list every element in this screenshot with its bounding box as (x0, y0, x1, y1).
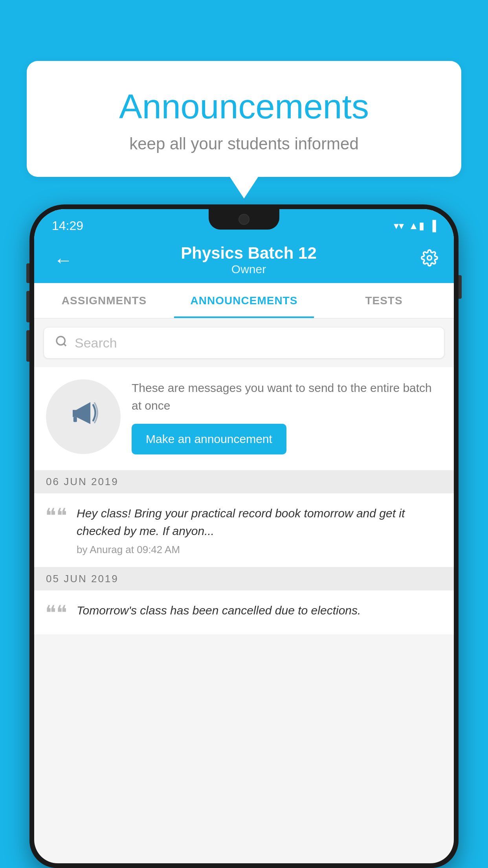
quote-icon-2: ❝❝ (45, 603, 67, 623)
tab-assignments[interactable]: ASSIGNMENTS (34, 283, 174, 318)
phone-camera (238, 214, 250, 225)
announcement-text-2: Tomorrow's class has been cancelled due … (77, 601, 443, 619)
speech-bubble-container: Announcements keep all your students inf… (27, 61, 461, 177)
search-bar[interactable]: Search (44, 327, 444, 359)
back-button[interactable]: ← (50, 245, 77, 275)
phone-screen: 14:29 ▾▾ ▲▮ ▐ ← Physics Batch 12 Owner (34, 209, 454, 863)
phone-side-power-button (459, 275, 462, 299)
tab-tests[interactable]: TESTS (314, 283, 454, 318)
phone-side-button-2 (26, 291, 29, 322)
phone-notch (209, 209, 279, 230)
status-time: 14:29 (52, 219, 83, 233)
app-bar-title-section: Physics Batch 12 Owner (181, 244, 317, 276)
tab-announcements[interactable]: ANNOUNCEMENTS (174, 283, 314, 318)
announcement-content-2: Tomorrow's class has been cancelled due … (77, 601, 443, 623)
svg-line-2 (64, 344, 66, 346)
battery-icon: ▐ (429, 220, 436, 232)
wifi-icon: ▾▾ (394, 220, 404, 232)
tabs-bar: ASSIGNMENTS ANNOUNCEMENTS TESTS (34, 283, 454, 318)
phone-side-button-3 (26, 330, 29, 362)
signal-icon: ▲▮ (409, 220, 424, 232)
announcement-item-1[interactable]: ❝❝ Hey class! Bring your practical recor… (34, 493, 454, 567)
phone-outer: 14:29 ▾▾ ▲▮ ▐ ← Physics Batch 12 Owner (29, 204, 459, 868)
bubble-title: Announcements (46, 86, 442, 127)
announcement-text-1: Hey class! Bring your practical record b… (77, 504, 443, 540)
search-placeholder: Search (75, 335, 117, 351)
make-announcement-button[interactable]: Make an announcement (132, 424, 286, 454)
bubble-subtitle: keep all your students informed (46, 134, 442, 153)
cta-area: These are messages you want to send to t… (34, 367, 454, 470)
app-bar-subtitle: Owner (181, 263, 317, 276)
svg-point-1 (57, 337, 65, 345)
svg-rect-3 (73, 417, 77, 422)
quote-icon-1: ❝❝ (45, 506, 67, 526)
app-bar: ← Physics Batch 12 Owner (34, 237, 454, 283)
cta-description: These are messages you want to send to t… (132, 379, 442, 414)
settings-button[interactable] (421, 249, 438, 270)
announcement-item-2[interactable]: ❝❝ Tomorrow's class has been cancelled d… (34, 590, 454, 635)
announcement-meta-1: by Anurag at 09:42 AM (77, 544, 443, 556)
date-separator-1: 06 JUN 2019 (34, 470, 454, 493)
announcement-content-1: Hey class! Bring your practical record b… (77, 504, 443, 556)
megaphone-circle (46, 379, 121, 454)
status-icons: ▾▾ ▲▮ ▐ (394, 220, 436, 232)
search-icon (55, 335, 68, 351)
speech-bubble: Announcements keep all your students inf… (27, 61, 461, 177)
phone-wrapper: 14:29 ▾▾ ▲▮ ▐ ← Physics Batch 12 Owner (29, 204, 459, 868)
app-bar-title: Physics Batch 12 (181, 244, 317, 263)
megaphone-icon (66, 395, 101, 439)
date-separator-2: 05 JUN 2019 (34, 567, 454, 590)
phone-side-button-1 (26, 263, 29, 283)
svg-point-0 (427, 256, 431, 260)
cta-right: These are messages you want to send to t… (132, 379, 442, 454)
